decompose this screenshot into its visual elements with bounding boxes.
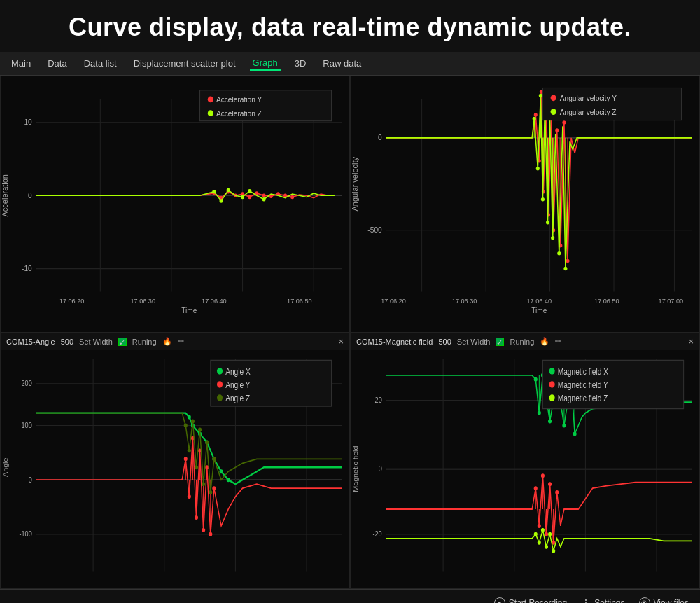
svg-text:Angle X: Angle X bbox=[225, 366, 251, 375]
svg-point-156 bbox=[217, 381, 223, 388]
chart-angle-svg-wrap: 200 100 0 -100 Angle bbox=[1, 350, 349, 589]
settings-label: Settings bbox=[594, 598, 624, 604]
chart-angle-running-check[interactable]: ✓ bbox=[118, 338, 127, 346]
svg-point-125 bbox=[220, 469, 223, 473]
chart-magnetic-close[interactable]: × bbox=[688, 336, 694, 347]
svg-point-150 bbox=[205, 440, 209, 444]
svg-text:10: 10 bbox=[24, 118, 31, 126]
chart-angular-velocity: 0 -500 17:06:20 17:06:30 17:06:40 17:06:… bbox=[350, 76, 700, 333]
svg-text:Angular velocity Z: Angular velocity Z bbox=[560, 108, 617, 116]
view-files-button[interactable]: 👁 View files bbox=[639, 597, 689, 604]
svg-text:0: 0 bbox=[28, 190, 32, 199]
svg-point-208 bbox=[550, 394, 555, 401]
svg-text:Time: Time bbox=[531, 306, 547, 314]
view-files-label: View files bbox=[654, 598, 689, 604]
svg-point-22 bbox=[248, 195, 251, 199]
tab-main[interactable]: Main bbox=[8, 57, 34, 70]
nav-bar: Main Data Data list Displacement scatter… bbox=[0, 52, 700, 76]
chart-acceleration: 10 0 -10 17:06:20 17:06:30 17:06:40 17:0… bbox=[0, 76, 350, 333]
svg-text:Angle Z: Angle Z bbox=[225, 394, 250, 403]
svg-point-24 bbox=[262, 194, 266, 197]
svg-text:17:07:00: 17:07:00 bbox=[659, 297, 684, 305]
chart-angle-title: COM15-Angle bbox=[6, 338, 55, 346]
svg-point-28 bbox=[290, 195, 294, 199]
svg-point-126 bbox=[227, 478, 230, 482]
svg-text:17:06:40: 17:06:40 bbox=[527, 297, 552, 305]
chart-magnetic-svg-wrap: 20 0 -20 Magnetic field bbox=[351, 350, 699, 589]
tab-datalist[interactable]: Data list bbox=[81, 57, 120, 70]
chart-magnetic-running-check[interactable]: ✓ bbox=[496, 338, 504, 346]
chart-angle-set-width[interactable]: Set Width bbox=[79, 338, 113, 346]
chart-acceleration-svg-wrap: 10 0 -10 17:06:20 17:06:30 17:06:40 17:0… bbox=[1, 76, 349, 315]
chart-angle-close[interactable]: × bbox=[338, 336, 344, 347]
svg-point-33 bbox=[248, 189, 251, 193]
svg-text:17:06:30: 17:06:30 bbox=[452, 297, 477, 305]
svg-text:Time: Time bbox=[181, 306, 197, 314]
svg-text:Acceleration: Acceleration bbox=[1, 174, 10, 217]
svg-text:200: 200 bbox=[21, 379, 32, 387]
svg-point-32 bbox=[241, 195, 244, 199]
chart-magnetic-icon2[interactable]: ✏ bbox=[555, 337, 561, 346]
svg-point-199 bbox=[541, 527, 545, 532]
svg-point-148 bbox=[198, 427, 202, 431]
header: Curve display, data real-time dynamic up… bbox=[0, 0, 700, 52]
svg-text:0: 0 bbox=[379, 464, 382, 473]
svg-point-151 bbox=[209, 490, 212, 494]
svg-text:20: 20 bbox=[375, 396, 383, 404]
svg-point-147 bbox=[195, 465, 198, 469]
svg-point-190 bbox=[555, 490, 559, 494]
chart-angle-running-label: Runing bbox=[132, 338, 157, 346]
svg-point-67 bbox=[555, 128, 559, 132]
settings-dots-icon: ⋮ bbox=[581, 597, 591, 604]
svg-point-200 bbox=[545, 544, 548, 548]
tab-rawdata[interactable]: Raw data bbox=[320, 57, 364, 70]
tab-graph[interactable]: Graph bbox=[250, 56, 281, 71]
svg-point-154 bbox=[217, 368, 223, 375]
svg-point-152 bbox=[212, 457, 216, 461]
svg-text:0: 0 bbox=[378, 133, 382, 141]
svg-text:Acceleration Z: Acceleration Z bbox=[216, 109, 262, 118]
svg-text:17:06:50: 17:06:50 bbox=[287, 297, 312, 305]
chart-angle-icon2[interactable]: ✏ bbox=[178, 337, 184, 346]
svg-point-201 bbox=[548, 532, 552, 536]
chart-angle-header: COM15-Angle 500 Set Width ✓ Runing 🔥 ✏ × bbox=[1, 333, 349, 350]
chart-magnetic: COM15-Magnetic field 500 Set Width ✓ Run… bbox=[350, 333, 700, 590]
start-recording-label: Start Recording bbox=[509, 598, 567, 604]
svg-point-30 bbox=[220, 199, 223, 202]
svg-text:Angular velocity Y: Angular velocity Y bbox=[560, 94, 617, 102]
eye-icon: 👁 bbox=[639, 597, 650, 604]
svg-text:17:06:20: 17:06:20 bbox=[381, 297, 406, 305]
charts-container: 10 0 -10 17:06:20 17:06:30 17:06:40 17:0… bbox=[0, 76, 700, 589]
chart-magnetic-running-label: Runing bbox=[510, 338, 534, 346]
svg-text:-500: -500 bbox=[368, 226, 382, 234]
svg-text:100: 100 bbox=[21, 421, 32, 429]
svg-text:17:06:30: 17:06:30 bbox=[130, 297, 155, 305]
chart-magnetic-svg: 20 0 -20 Magnetic field bbox=[351, 350, 699, 589]
chart-angular-velocity-svg-wrap: 0 -500 17:06:20 17:06:30 17:06:40 17:06:… bbox=[351, 76, 699, 315]
settings-button[interactable]: ⋮ Settings bbox=[581, 597, 624, 604]
chart-magnetic-set-width[interactable]: Set Width bbox=[457, 338, 491, 346]
chart-angular-svg: 0 -500 17:06:20 17:06:30 17:06:40 17:06:… bbox=[351, 76, 699, 315]
tab-displacement[interactable]: Displacement scatter plot bbox=[131, 57, 239, 70]
chart-angle-icon1[interactable]: 🔥 bbox=[162, 337, 172, 346]
svg-point-120 bbox=[188, 415, 191, 419]
svg-point-202 bbox=[552, 548, 555, 553]
svg-point-149 bbox=[202, 482, 205, 486]
svg-point-31 bbox=[227, 188, 230, 192]
start-recording-button[interactable]: ● Start Recording bbox=[494, 597, 567, 604]
svg-text:0: 0 bbox=[29, 476, 32, 484]
chart-magnetic-width: 500 bbox=[438, 338, 451, 346]
tab-data[interactable]: Data bbox=[45, 57, 69, 70]
svg-text:Magnetic field Z: Magnetic field Z bbox=[558, 394, 608, 403]
svg-text:Magnetic field: Magnetic field bbox=[352, 445, 359, 492]
svg-point-104 bbox=[551, 109, 556, 115]
svg-point-197 bbox=[534, 532, 538, 536]
svg-point-206 bbox=[550, 381, 555, 388]
tab-3d[interactable]: 3D bbox=[292, 57, 309, 70]
svg-point-146 bbox=[191, 419, 195, 423]
svg-point-34 bbox=[262, 197, 266, 201]
svg-text:Angle: Angle bbox=[2, 457, 9, 477]
svg-text:-10: -10 bbox=[22, 264, 32, 272]
svg-text:Angle Y: Angle Y bbox=[225, 380, 251, 389]
chart-magnetic-icon1[interactable]: 🔥 bbox=[540, 337, 550, 346]
